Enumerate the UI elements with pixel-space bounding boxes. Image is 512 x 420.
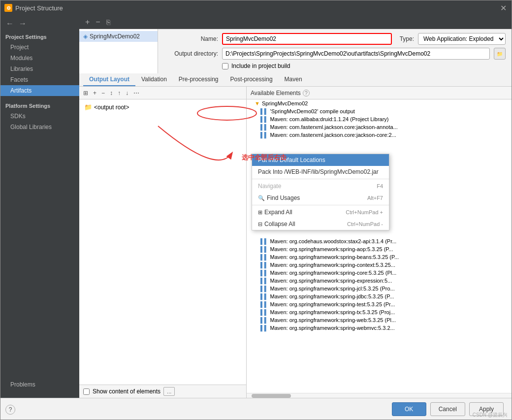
artifact-icon: ◈ xyxy=(83,33,88,40)
artifact-item-springmvcdemo02[interactable]: ◈ SpringMvcDemo02 xyxy=(79,31,158,42)
tree-module-springmvcdemo02[interactable]: ▼ SpringMvcDemo02 xyxy=(247,99,512,107)
artifact-list: ◈ SpringMvcDemo02 xyxy=(79,29,158,73)
title-bar-right: ✕ xyxy=(499,3,508,13)
tree-maven-jackson-annota[interactable]: ▌▌ Maven: com.fasterxml.jackson.core:jac… xyxy=(247,123,512,131)
available-panel: Available Elements ? ▼ SpringMvcDemo02 ▌… xyxy=(247,87,512,398)
output-dir-label: Output directory: xyxy=(164,50,218,57)
sidebar-item-facets[interactable]: Facets xyxy=(0,74,79,85)
remove-artifact-button[interactable]: − xyxy=(94,17,102,28)
tree-spring-webmvc-label: Maven: org.springframework:spring-webmvc… xyxy=(270,325,395,331)
type-select[interactable]: Web Application: Exploded xyxy=(418,33,506,45)
ctx-expand-all[interactable]: ⊞ Expand All Ctrl+NumPad + xyxy=(252,206,389,218)
output-sort-btn[interactable]: ↕ xyxy=(108,89,115,97)
ctx-find-usages-shortcut: Alt+F7 xyxy=(367,195,383,201)
sidebar-item-sdks[interactable]: SDKs xyxy=(0,111,79,122)
ctx-put-into-default-label: Put into Default Locations xyxy=(258,157,325,163)
tab-output-layout[interactable]: Output Layout xyxy=(83,73,135,86)
tree-maven-spring-context[interactable]: ▌▌ Maven: org.springframework:spring-con… xyxy=(247,261,512,269)
ctx-collapse-all[interactable]: ⊟ Collapse All Ctrl+NumPad - xyxy=(252,218,389,230)
app-icon: ⚙ xyxy=(4,4,12,12)
lib-icon-compile: ▌▌ xyxy=(260,108,268,114)
sidebar-item-problems[interactable]: Problems xyxy=(0,379,79,390)
lib-icon-spring-expression: ▌▌ xyxy=(260,278,268,284)
right-panel: + − ⎘ ◈ SpringMvcDemo02 Name: xyxy=(79,15,512,398)
tab-post-processing[interactable]: Post-processing xyxy=(224,73,279,86)
output-down-btn[interactable]: ↓ xyxy=(124,89,130,97)
show-content-dots-button[interactable]: ... xyxy=(163,387,175,396)
sidebar-item-global-libraries[interactable]: Global Libraries xyxy=(0,122,79,132)
show-content-label: Show content of elements xyxy=(93,388,160,395)
name-label: Name: xyxy=(164,35,218,42)
copy-artifact-button[interactable]: ⎘ xyxy=(104,17,112,27)
output-dir-row: Output directory: 📁 xyxy=(164,48,506,60)
output-root-icon: 📁 xyxy=(84,103,92,111)
lib-icon-stax2: ▌▌ xyxy=(260,238,268,244)
lib-icon-spring-aop: ▌▌ xyxy=(260,246,268,252)
lib-icon-spring-web: ▌▌ xyxy=(260,317,268,323)
tree-maven-spring-webmvc[interactable]: ▌▌ Maven: org.springframework:spring-web… xyxy=(247,324,512,332)
artifact-list-config: ◈ SpringMvcDemo02 Name: Type: Web Applic… xyxy=(79,29,512,73)
sidebar-item-artifacts[interactable]: Artifacts xyxy=(0,85,79,96)
tree-maven-spring-tx[interactable]: ▌▌ Maven: org.springframework:spring-tx:… xyxy=(247,308,512,316)
include-project-build-row: Include in project build xyxy=(164,63,506,69)
available-scrollbar-thumb[interactable] xyxy=(252,394,291,398)
output-more-btn[interactable]: ⋯ xyxy=(131,89,141,97)
tree-maven-spring-web[interactable]: ▌▌ Maven: org.springframework:spring-web… xyxy=(247,316,512,324)
tree-spring-test-label: Maven: org.springframework:spring-test:5… xyxy=(270,301,395,307)
lib-icon-druid: ▌▌ xyxy=(260,116,268,122)
tree-compile-output[interactable]: ▌▌ 'SpringMvcDemo02' compile output xyxy=(247,107,512,115)
tab-validation[interactable]: Validation xyxy=(135,73,173,86)
ctx-find-usages[interactable]: 🔍 Find Usages Alt+F7 xyxy=(252,192,389,204)
output-dir-input[interactable] xyxy=(222,48,490,60)
include-project-build-checkbox[interactable] xyxy=(222,63,228,69)
lib-icon-spring-jdbc: ▌▌ xyxy=(260,293,268,299)
tree-maven-spring-expression[interactable]: ▌▌ Maven: org.springframework:spring-exp… xyxy=(247,277,512,285)
ctx-navigate[interactable]: Navigate F4 xyxy=(252,180,389,192)
available-scrollbar-track[interactable] xyxy=(247,393,512,398)
output-up-btn[interactable]: ↑ xyxy=(116,89,123,97)
help-icon[interactable]: ? xyxy=(5,405,15,415)
tree-maven-spring-jdbc[interactable]: ▌▌ Maven: org.springframework:spring-jdb… xyxy=(247,292,512,300)
tree-spring-core-label: Maven: org.springframework:spring-core:5… xyxy=(270,270,397,276)
ctx-sep2 xyxy=(252,205,389,205)
output-add-btn[interactable]: + xyxy=(91,89,98,97)
main-content: ← → Project Settings Project Modules Lib… xyxy=(0,15,512,398)
ctx-pack-into[interactable]: Pack Into /WEB-INF/lib/SpringMvcDemo02.j… xyxy=(252,166,389,178)
output-grid-btn[interactable]: ⊞ xyxy=(81,89,90,97)
tree-maven-spring-jcl[interactable]: ▌▌ Maven: org.springframework:spring-jcl… xyxy=(247,285,512,292)
ctx-expand-all-shortcut: Ctrl+NumPad + xyxy=(346,209,383,215)
output-root-item[interactable]: 📁 <output root> xyxy=(82,102,243,112)
tree-stax2-label: Maven: org.codehaus.woodstox:stax2-api:3… xyxy=(270,238,397,244)
tree-compile-label: 'SpringMvcDemo02' compile output xyxy=(270,108,355,114)
tree-spring-web-label: Maven: org.springframework:spring-web:5.… xyxy=(270,317,396,323)
browse-dir-button[interactable]: 📁 xyxy=(494,48,506,60)
forward-button[interactable]: → xyxy=(17,19,28,28)
tree-maven-stax2[interactable]: ▌▌ Maven: org.codehaus.woodstox:stax2-ap… xyxy=(247,237,512,245)
tree-maven-spring-aop[interactable]: ▌▌ Maven: org.springframework:spring-aop… xyxy=(247,245,512,253)
show-content-checkbox[interactable] xyxy=(83,388,90,395)
ok-button[interactable]: OK xyxy=(392,402,426,416)
ctx-navigate-label: Navigate xyxy=(258,183,281,190)
sidebar-item-libraries[interactable]: Libraries xyxy=(0,64,79,74)
tree-maven-druid[interactable]: ▌▌ Maven: com.alibaba:druid:1.1.24 (Proj… xyxy=(247,115,512,123)
output-remove-btn[interactable]: − xyxy=(99,89,107,97)
ctx-put-into-default[interactable]: Put into Default Locations xyxy=(252,154,389,166)
name-input[interactable] xyxy=(222,33,392,45)
cancel-button[interactable]: Cancel xyxy=(430,402,465,416)
close-button[interactable]: ✕ xyxy=(499,3,508,13)
tab-pre-processing[interactable]: Pre-processing xyxy=(173,73,224,86)
available-help-icon[interactable]: ? xyxy=(303,90,310,97)
tree-maven-jackson-core[interactable]: ▌▌ Maven: com.fasterxml.jackson.core:jac… xyxy=(247,131,512,139)
tree-spring-jdbc-label: Maven: org.springframework:spring-jdbc:5… xyxy=(270,293,394,299)
sidebar-item-project[interactable]: Project xyxy=(0,42,79,53)
window-title: Project Structure xyxy=(15,4,63,12)
tree-maven-spring-test[interactable]: ▌▌ Maven: org.springframework:spring-tes… xyxy=(247,300,512,308)
tab-maven[interactable]: Maven xyxy=(279,73,308,86)
tree-maven-spring-beans[interactable]: ▌▌ Maven: org.springframework:spring-bea… xyxy=(247,253,512,261)
output-panel: ⊞ + − ↕ ↑ ↓ ⋯ 📁 <output root> xyxy=(79,87,247,398)
tree-maven-spring-core[interactable]: ▌▌ Maven: org.springframework:spring-cor… xyxy=(247,269,512,277)
sidebar-item-modules[interactable]: Modules xyxy=(0,53,79,64)
add-artifact-button[interactable]: + xyxy=(83,17,92,28)
tree-spring-aop-label: Maven: org.springframework:spring-aop:5.… xyxy=(270,246,393,252)
back-button[interactable]: ← xyxy=(4,19,15,28)
